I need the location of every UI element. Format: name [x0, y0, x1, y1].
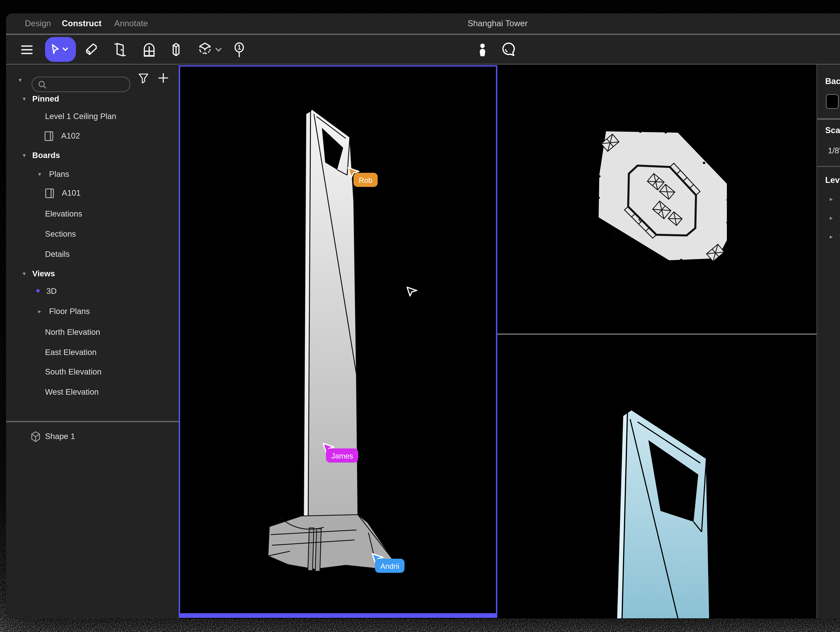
chevron-down-icon[interactable]: [20, 265, 28, 281]
scale-value[interactable]: 1/8” = 1’-0”: [817, 142, 840, 158]
sidebar-item-plans[interactable]: Plans: [6, 166, 179, 182]
tower-3d-drawing: [180, 67, 496, 613]
panel-divider: [817, 118, 840, 119]
sheet-icon: [45, 188, 61, 204]
board-floor-plan-view[interactable]: [498, 65, 816, 333]
screenshot-stage: Design Construct Annotate Shanghai Tower: [0, 0, 840, 632]
chevron-right-icon[interactable]: [827, 228, 835, 244]
comments-icon[interactable]: [501, 41, 517, 57]
column-tool-icon[interactable]: [168, 41, 184, 57]
active-view-dot: [36, 289, 39, 293]
board-3d-view[interactable]: Rob James Andrii: [179, 65, 497, 618]
section-label: Pinned: [32, 90, 59, 106]
sidebar: Pinned Level 1 Ceiling Plan A102 Boards …: [6, 65, 179, 619]
scale-section-header: Scale: [817, 122, 840, 138]
presence-icon[interactable]: [474, 41, 491, 57]
sidebar-section-pinned[interactable]: Pinned: [6, 90, 179, 106]
properties-panel: Background 000000 100% Scale 1/8” = 1’-0…: [816, 65, 840, 619]
levels-item-lower[interactable]: Lower Levels: [817, 191, 840, 207]
menu-icon[interactable]: [19, 42, 36, 58]
sidebar-item-south-elevation[interactable]: South Elevation: [6, 363, 179, 380]
level-label: Mid Levels: [839, 209, 840, 226]
search-icon: [38, 80, 47, 89]
item-label: A102: [61, 127, 80, 144]
sidebar-item-details[interactable]: Details: [6, 246, 179, 262]
sheet-icon: [44, 131, 60, 147]
level-label: Upper Levels: [839, 228, 840, 244]
background-row: 000000 100%: [817, 93, 840, 109]
item-label: Details: [45, 246, 70, 262]
color-swatch[interactable]: [826, 94, 838, 109]
sidebar-item-sections[interactable]: Sections: [6, 226, 179, 242]
cursor-label-rob: Rob: [354, 173, 378, 187]
panel-divider: [817, 166, 840, 167]
sidebar-item-west-elevation[interactable]: West Elevation: [6, 383, 179, 400]
tab-annotate[interactable]: Annotate: [114, 13, 148, 33]
tab-construct[interactable]: Construct: [62, 13, 101, 33]
sidebar-item-shape-1[interactable]: Shape 1: [6, 428, 179, 444]
section-label: Boards: [32, 147, 60, 163]
sidebar-search-row: [6, 71, 179, 86]
item-label: East Elevation: [45, 344, 96, 360]
collapse-all-icon[interactable]: [16, 72, 24, 88]
item-label: 3D: [46, 283, 57, 299]
item-label: Floor Plans: [49, 303, 90, 319]
door-tool-icon[interactable]: [112, 41, 128, 57]
pin-marker-tool-icon[interactable]: 1: [231, 41, 247, 57]
sidebar-item-a101[interactable]: A101: [6, 185, 179, 201]
levels-section-header: Levels: [817, 172, 840, 188]
app-window: Design Construct Annotate Shanghai Tower: [6, 13, 840, 619]
chevron-right-icon[interactable]: [827, 209, 835, 226]
item-label: A101: [62, 185, 81, 201]
cube-icon: [30, 431, 46, 447]
section-title: Background: [825, 73, 840, 89]
cursor-label-james: James: [326, 448, 358, 463]
level-label: Lower Levels: [839, 191, 840, 207]
filter-icon[interactable]: [138, 73, 154, 89]
cursor-icon: [49, 43, 72, 56]
solid-tool-icon[interactable]: [197, 41, 224, 57]
chevron-down-icon[interactable]: [36, 166, 44, 182]
sidebar-item-level-1-ceiling-plan[interactable]: Level 1 Ceiling Plan: [6, 108, 179, 124]
chevron-right-icon[interactable]: [827, 191, 835, 207]
wall-tool-icon[interactable]: [84, 41, 100, 57]
canvas[interactable]: Rob James Andrii: [179, 65, 816, 619]
views-divider[interactable]: [497, 333, 816, 334]
sidebar-item-3d[interactable]: 3D: [6, 283, 179, 299]
own-cursor-icon: [406, 285, 419, 299]
sidebar-item-floor-plans[interactable]: Floor Plans: [6, 303, 179, 319]
chevron-down-icon[interactable]: [20, 90, 28, 106]
tab-design[interactable]: Design: [25, 13, 51, 33]
scale-value-text: 1/8” = 1’-0”: [828, 142, 840, 158]
section-title: Scale: [825, 122, 840, 138]
sidebar-item-a102[interactable]: A102: [6, 127, 179, 144]
add-icon[interactable]: [158, 73, 174, 89]
sidebar-item-north-elevation[interactable]: North Elevation: [6, 324, 179, 340]
svg-text:1: 1: [237, 43, 241, 51]
item-label: Sections: [45, 226, 76, 242]
board-crown-detail-view[interactable]: [498, 334, 816, 619]
section-label: Views: [32, 265, 55, 281]
chevron-right-icon[interactable]: [36, 303, 44, 319]
sidebar-divider: [6, 421, 179, 422]
toolbar: 1 P R A J Share: [6, 35, 840, 63]
sidebar-section-boards[interactable]: Boards: [6, 147, 179, 163]
cursor-label-andrii: Andrii: [375, 559, 405, 573]
background-section-header: Background: [817, 73, 840, 89]
sidebar-item-elevations[interactable]: Elevations: [6, 205, 179, 222]
section-title: Levels: [825, 172, 840, 188]
select-tool-button[interactable]: [45, 37, 76, 62]
sidebar-item-east-elevation[interactable]: East Elevation: [6, 344, 179, 360]
item-label: North Elevation: [45, 324, 100, 340]
top-bar: Design Construct Annotate Shanghai Tower: [6, 13, 840, 33]
chevron-down-icon[interactable]: [20, 147, 28, 163]
levels-item-upper[interactable]: Upper Levels: [817, 228, 840, 244]
sidebar-section-views[interactable]: Views: [6, 265, 179, 281]
window-tool-icon[interactable]: [141, 41, 157, 57]
levels-item-mid[interactable]: Mid Levels: [817, 209, 840, 226]
item-label: South Elevation: [45, 363, 101, 380]
search-input[interactable]: [32, 77, 130, 92]
item-label: Level 1 Ceiling Plan: [45, 108, 116, 124]
floor-plan-drawing: [498, 65, 816, 333]
item-label: Elevations: [45, 205, 82, 222]
